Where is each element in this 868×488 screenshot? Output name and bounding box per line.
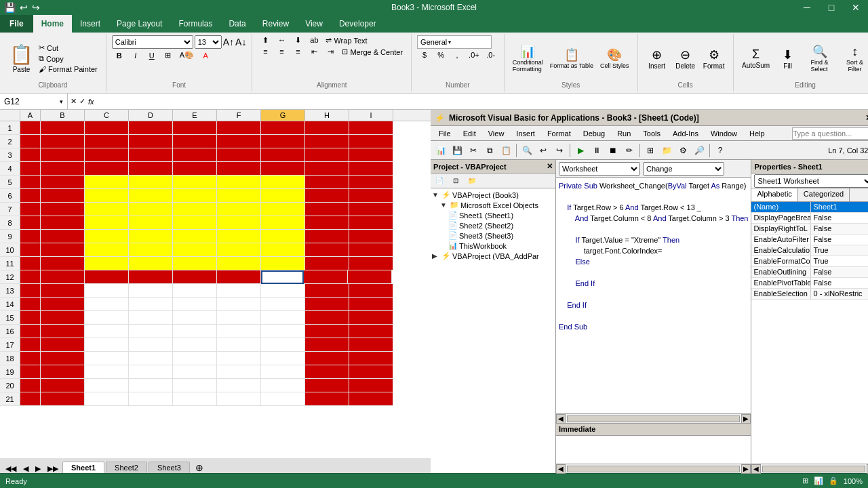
percent-btn[interactable]: % <box>433 50 448 60</box>
zoom-level[interactable]: 100% <box>844 477 863 485</box>
copy-button[interactable]: ⧉ Copy <box>36 54 100 64</box>
cell-E2[interactable] <box>173 135 217 148</box>
cell-I10[interactable] <box>349 243 393 257</box>
cell-F17[interactable] <box>217 338 261 352</box>
tab-data[interactable]: Data <box>220 15 254 33</box>
cell-H3[interactable] <box>305 148 349 162</box>
procedure-select[interactable]: Change <box>643 162 724 176</box>
cell-C2[interactable] <box>85 135 129 148</box>
decrease-size-btn[interactable]: A↓ <box>235 37 246 47</box>
cell-E8[interactable] <box>173 216 217 230</box>
cell-C16[interactable] <box>85 325 129 338</box>
save-icon[interactable]: 💾 <box>3 2 17 13</box>
col-header-b[interactable]: B <box>41 110 85 121</box>
vba-tool-run[interactable]: ▶ <box>573 143 588 158</box>
cell-H19[interactable] <box>305 365 349 379</box>
cell-E4[interactable] <box>173 162 217 176</box>
cell-B21[interactable] <box>41 392 85 406</box>
cell-F1[interactable] <box>217 121 261 135</box>
cell-F10[interactable] <box>217 243 261 257</box>
tree-vbaproject-addpar[interactable]: ▶ ⚡ VBAProject (VBA_AddPar <box>432 251 554 261</box>
object-select[interactable]: Worksheet <box>559 162 640 176</box>
cell-B2[interactable] <box>41 135 85 148</box>
cell-G21[interactable] <box>261 392 305 406</box>
cell-H6[interactable] <box>305 189 349 203</box>
tab-page-layout[interactable]: Page Layout <box>108 15 170 33</box>
vba-tool-excel[interactable]: 📊 <box>433 143 448 158</box>
indent-inc-btn[interactable]: ⇥ <box>323 47 338 57</box>
cell-F21[interactable] <box>217 392 261 406</box>
prop-row-enableautofilter[interactable]: EnableAutoFilter False <box>751 235 868 245</box>
align-right-btn[interactable]: ≡ <box>290 47 305 57</box>
cell-C6[interactable] <box>85 189 129 203</box>
cell-E18[interactable] <box>173 352 217 365</box>
cell-G4[interactable] <box>261 162 305 176</box>
cell-A2[interactable] <box>20 135 41 148</box>
cell-A12[interactable] <box>20 270 41 284</box>
cell-G7[interactable] <box>261 203 305 216</box>
col-header-a[interactable]: A <box>20 110 41 121</box>
format-painter-button[interactable]: 🖌 Format Painter <box>36 64 100 74</box>
cell-I9[interactable] <box>349 230 393 243</box>
prop-row-displaypagebreak[interactable]: DisplayPageBrea False <box>751 213 868 224</box>
cell-H16[interactable] <box>305 325 349 338</box>
cell-G9[interactable] <box>261 230 305 243</box>
cell-H18[interactable] <box>305 352 349 365</box>
props-scroll-thumb[interactable] <box>762 466 865 472</box>
immediate-content[interactable] <box>556 436 751 464</box>
sheet-tab-2[interactable]: Sheet2 <box>106 462 147 473</box>
align-left-btn[interactable]: ≡ <box>258 47 273 57</box>
cell-I18[interactable] <box>349 352 393 365</box>
cell-E7[interactable] <box>173 203 217 216</box>
vba-tool-objbrowser[interactable]: 🔎 <box>692 143 707 158</box>
vba-tool-reset[interactable]: ⏹ <box>606 143 620 158</box>
cell-D20[interactable] <box>129 379 173 392</box>
vba-menu-debug[interactable]: Debug <box>578 128 610 139</box>
cell-F20[interactable] <box>217 379 261 392</box>
prop-row-enableoutlining[interactable]: EnableOutlining False <box>751 267 868 278</box>
proj-view-code[interactable]: 📄 <box>432 174 447 188</box>
comma-btn[interactable]: , <box>450 50 465 60</box>
cell-H1[interactable] <box>305 121 349 135</box>
font-size-select[interactable]: 13 <box>195 35 222 49</box>
cell-H9[interactable] <box>305 230 349 243</box>
imm-scroll-right[interactable]: ▶ <box>741 464 751 474</box>
cell-D11[interactable] <box>129 257 173 270</box>
tab-nav-right[interactable]: ▶▶ <box>45 464 61 473</box>
tree-sheet3[interactable]: 📄 Sheet3 (Sheet3) <box>432 230 554 241</box>
undo-icon[interactable]: ↩ <box>18 2 29 13</box>
add-sheet-btn[interactable]: ⊕ <box>191 462 208 473</box>
cell-F14[interactable] <box>217 298 261 311</box>
imm-scroll-thumb[interactable] <box>567 466 740 472</box>
cell-G18[interactable] <box>261 352 305 365</box>
cell-C17[interactable] <box>85 338 129 352</box>
cell-E21[interactable] <box>173 392 217 406</box>
cell-B12[interactable] <box>41 270 85 284</box>
cell-H4[interactable] <box>305 162 349 176</box>
cell-D21[interactable] <box>129 392 173 406</box>
number-format-select[interactable]: General ▾ <box>417 35 492 49</box>
cell-A8[interactable] <box>20 216 41 230</box>
cell-C5[interactable] <box>85 176 129 189</box>
format-table-btn[interactable]: 📋 Format as Table <box>547 46 596 70</box>
cell-D2[interactable] <box>129 135 173 148</box>
cell-E17[interactable] <box>173 338 217 352</box>
cell-A14[interactable] <box>20 298 41 311</box>
expander-book3[interactable]: ▼ <box>432 191 440 199</box>
cell-B19[interactable] <box>41 365 85 379</box>
vba-menu-format[interactable]: Format <box>542 128 576 139</box>
align-center-btn[interactable]: ≡ <box>274 47 289 57</box>
conditional-format-btn[interactable]: 📊 ConditionalFormatting <box>510 43 546 74</box>
cell-I12[interactable] <box>348 270 392 284</box>
cell-E10[interactable] <box>173 243 217 257</box>
cell-B16[interactable] <box>41 325 85 338</box>
bold-btn[interactable]: B <box>112 51 127 60</box>
cell-C15[interactable] <box>85 311 129 325</box>
cell-B18[interactable] <box>41 352 85 365</box>
project-close-btn[interactable]: ✕ <box>547 162 553 171</box>
cell-I1[interactable] <box>349 121 393 135</box>
cell-F2[interactable] <box>217 135 261 148</box>
cell-I2[interactable] <box>349 135 393 148</box>
col-header-f[interactable]: F <box>217 110 261 121</box>
cell-G14[interactable] <box>261 298 305 311</box>
